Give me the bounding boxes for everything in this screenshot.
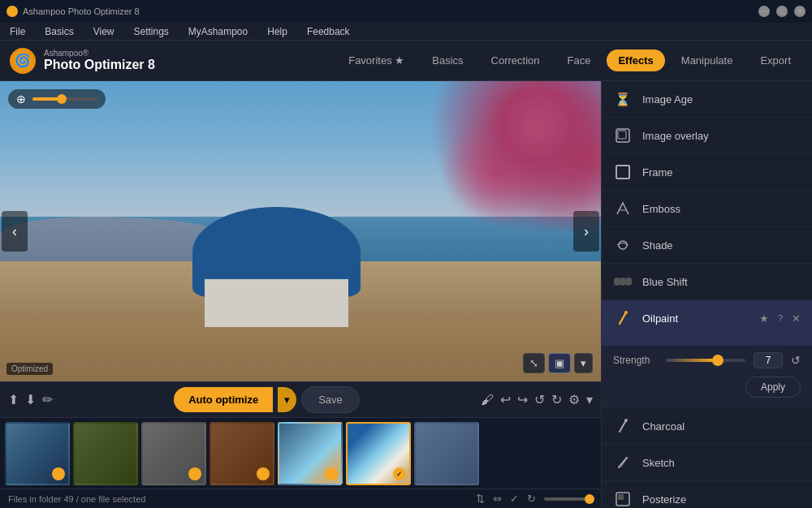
edit-icon[interactable]: ✏ — [42, 392, 53, 407]
tab-export[interactable]: Export — [749, 50, 802, 71]
view-options-button[interactable]: ▾ — [574, 353, 593, 373]
minimize-button[interactable]: — — [758, 6, 770, 17]
filmstrip-thumb-5[interactable] — [278, 422, 343, 485]
effect-emboss[interactable]: Emboss — [602, 191, 812, 227]
window-controls[interactable]: — □ ✕ — [758, 6, 806, 17]
expand-view-button[interactable]: ⤡ — [523, 353, 545, 373]
svg-point-8 — [624, 419, 628, 422]
brush-icon[interactable]: 🖌 — [481, 393, 494, 407]
tab-basics[interactable]: Basics — [421, 50, 474, 71]
tab-favorites[interactable]: Favorites ★ — [337, 50, 416, 71]
menu-basics[interactable]: Basics — [41, 24, 76, 39]
oilpaint-help-icon[interactable]: ? — [774, 312, 787, 325]
tab-manipulate[interactable]: Manipulate — [670, 50, 745, 71]
rotate-left-icon[interactable]: ↺ — [534, 392, 545, 407]
app-logo-icon — [6, 6, 18, 17]
filmstrip-thumb-3[interactable] — [141, 422, 206, 485]
menu-file[interactable]: File — [6, 24, 28, 39]
oilpaint-actions: ★ ? ✕ — [759, 312, 801, 325]
tab-correction[interactable]: Correction — [480, 50, 551, 71]
effect-image-age[interactable]: ⏳ Image Age — [602, 81, 812, 118]
menu-myashampoo[interactable]: MyAshampoo — [185, 24, 251, 39]
close-button[interactable]: ✕ — [794, 6, 806, 17]
tab-effects[interactable]: Effects — [607, 50, 664, 71]
effect-charcoal-label: Charcoal — [642, 420, 801, 433]
emboss-icon — [613, 199, 633, 218]
save-button[interactable]: Save — [301, 386, 360, 413]
strength-slider-fill — [666, 359, 714, 362]
oilpaint-close-icon[interactable]: ✕ — [792, 312, 801, 325]
app-name-block: Ashampoo® Photo Optimizer 8 — [44, 49, 155, 72]
menu-feedback[interactable]: Feedback — [304, 24, 353, 39]
split-view-button[interactable]: ▣ — [548, 353, 571, 373]
app-icon: 🌀 — [10, 48, 36, 74]
posterize-icon — [613, 489, 633, 508]
more-options-icon[interactable]: ▾ — [586, 392, 593, 407]
effect-image-overlay[interactable]: Image overlay — [602, 118, 812, 154]
strength-reset-icon[interactable]: ↺ — [791, 354, 801, 367]
titlebar: Ashampoo Photo Optimizer 8 — □ ✕ — [0, 0, 812, 23]
menubar: File Basics View Settings MyAshampoo Hel… — [0, 23, 812, 41]
main-layout: Optimized ⊕ ‹ › ⤡ ▣ ▾ ⬆ — [0, 81, 812, 508]
tab-face[interactable]: Face — [556, 50, 603, 71]
filmstrip-badge-1 — [52, 467, 65, 480]
tool-icons-left: ⬆ ⬇ ✏ — [8, 392, 53, 407]
statusbar-text: Files in folder 49 / one file selected — [8, 494, 466, 504]
app-name-top: Ashampoo® — [44, 49, 155, 58]
maximize-button[interactable]: □ — [776, 6, 788, 17]
strength-value[interactable]: 7 — [754, 352, 783, 368]
check-icon[interactable]: ✓ — [510, 493, 519, 505]
app-name-main: Photo Optimizer 8 — [44, 58, 155, 72]
auto-optimize-dropdown[interactable]: ▾ — [278, 387, 296, 412]
filmstrip-thumb-2[interactable] — [73, 422, 138, 485]
auto-optimize-button[interactable]: Auto optimize — [174, 387, 273, 412]
prev-image-button[interactable]: ‹ — [2, 211, 28, 252]
effect-image-overlay-label: Image overlay — [642, 130, 801, 142]
effect-shade[interactable]: Shade — [602, 227, 812, 264]
menu-view[interactable]: View — [90, 24, 118, 39]
undo-icon[interactable]: ↩ — [500, 392, 511, 407]
effect-blue-shift[interactable]: Blue Shift — [602, 264, 812, 300]
oilpaint-header: Oilpaint ★ ? ✕ — [602, 300, 812, 336]
zoom-control: ⊕ — [8, 89, 106, 109]
app-brand: 🌀 Ashampoo® Photo Optimizer 8 — [10, 48, 155, 74]
next-image-button[interactable]: › — [573, 211, 599, 252]
import-icon[interactable]: ⬆ — [8, 392, 19, 407]
frame-icon — [613, 162, 633, 182]
optimized-badge: Optimized — [6, 363, 53, 375]
sort-icon[interactable]: ⇅ — [476, 493, 485, 505]
oilpaint-controls: Strength 7 ↺ Apply — [602, 346, 812, 407]
svg-rect-10 — [618, 494, 624, 500]
refresh-icon[interactable]: ↻ — [527, 493, 536, 505]
menu-help[interactable]: Help — [264, 24, 291, 39]
oilpaint-icon — [613, 308, 633, 328]
image-age-icon: ⏳ — [613, 89, 633, 109]
filmstrip-thumb-1[interactable] — [5, 422, 70, 485]
header: 🌀 Ashampoo® Photo Optimizer 8 Favorites … — [0, 41, 812, 81]
menu-settings[interactable]: Settings — [130, 24, 171, 39]
export-icon[interactable]: ⬇ — [25, 392, 36, 407]
filmstrip-thumb-4[interactable] — [209, 422, 274, 485]
image-area: Optimized ⊕ ‹ › ⤡ ▣ ▾ — [0, 81, 601, 381]
filmstrip-thumb-6[interactable]: ✓ — [346, 422, 411, 485]
effect-sketch[interactable]: Sketch — [602, 445, 812, 481]
grid-icon[interactable]: ⇔ — [493, 493, 502, 505]
effect-posterize[interactable]: Posterize — [602, 481, 812, 508]
settings-icon[interactable]: ⚙ — [568, 392, 580, 407]
filmstrip-badge-3 — [188, 467, 201, 480]
toolbar-right: 🖌 ↩ ↪ ↺ ↻ ⚙ ▾ — [481, 392, 593, 407]
effect-oilpaint[interactable]: Oilpaint ★ ? ✕ Strength 7 ↺ — [602, 300, 812, 408]
effect-frame[interactable]: Frame — [602, 154, 812, 191]
strength-slider[interactable] — [666, 359, 745, 362]
toolbar-center: Auto optimize ▾ Save — [61, 386, 473, 413]
image-overlay-icon — [613, 126, 633, 145]
oilpaint-favorite-icon[interactable]: ★ — [759, 312, 769, 325]
effect-charcoal[interactable]: Charcoal — [602, 408, 812, 445]
redo-icon[interactable]: ↪ — [517, 392, 528, 407]
zoom-icon[interactable]: ⊕ — [16, 93, 26, 105]
thumbnail-size-slider[interactable] — [544, 497, 593, 501]
rotate-right-icon[interactable]: ↻ — [551, 392, 562, 407]
apply-button[interactable]: Apply — [745, 377, 801, 398]
zoom-slider[interactable] — [32, 97, 97, 101]
filmstrip-thumb-7[interactable] — [414, 422, 479, 485]
